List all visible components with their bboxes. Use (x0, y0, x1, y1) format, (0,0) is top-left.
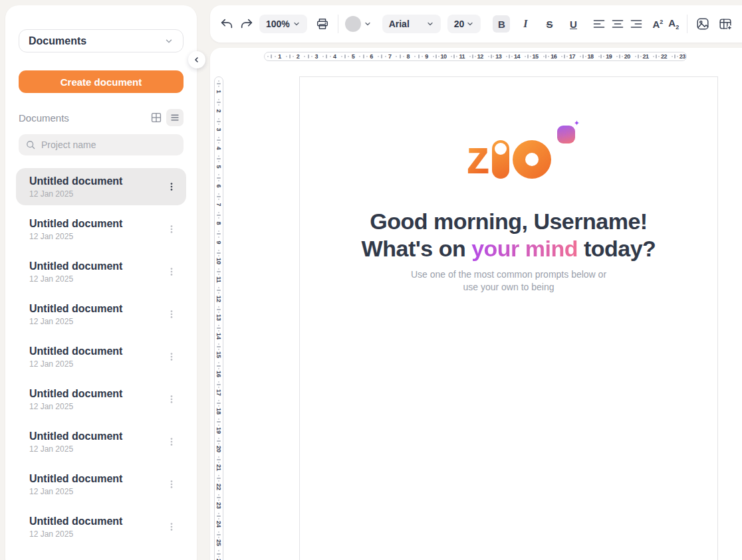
ruler-number: 4 (333, 53, 336, 60)
list-view-button[interactable] (166, 109, 184, 126)
font-size-select[interactable]: 20 (447, 15, 481, 33)
ruler-number: 23 (680, 53, 685, 60)
grid-view-button[interactable] (148, 109, 165, 126)
ruler-mark: 25 (215, 529, 223, 548)
kebab-menu-icon[interactable] (166, 266, 177, 277)
ruler-number: 20 (624, 53, 630, 60)
ruler-mark: 13 (485, 52, 504, 60)
kebab-menu-icon[interactable] (166, 224, 177, 234)
kebab-menu-icon[interactable] (166, 479, 177, 490)
search-input[interactable] (41, 140, 168, 150)
ruler-number: 23 (215, 502, 222, 509)
ruler-mark: 11 (215, 266, 223, 285)
sparkle-icon: ✦ (574, 120, 580, 127)
kebab-menu-icon[interactable] (166, 521, 177, 532)
ruler-number: 21 (642, 53, 648, 60)
subscript-button[interactable]: A2 (668, 17, 679, 31)
document-title: Untitled document (29, 472, 166, 485)
toolbar-divider (338, 15, 338, 33)
document-list-item[interactable]: Untitled document 12 Jan 2025 (16, 338, 186, 375)
subscript-label: A (668, 17, 676, 29)
bold-button[interactable]: B (493, 15, 510, 33)
redo-button[interactable] (239, 16, 254, 32)
document-date: 12 Jan 2025 (29, 359, 166, 369)
document-list-item[interactable]: Untitled document 12 Jan 2025 (16, 168, 186, 205)
chevron-down-icon (293, 20, 301, 28)
greeting-heading: Good morning, Username! What's on your m… (300, 208, 717, 262)
print-button[interactable] (315, 16, 330, 32)
ruler-number: 17 (569, 53, 575, 60)
ruler-mark: 14 (215, 323, 223, 341)
document-list-item[interactable]: Untitled document 12 Jan 2025 (16, 423, 186, 460)
ruler-mark: 21 (632, 52, 651, 60)
document-list-item[interactable]: Untitled document 12 Jan 2025 (16, 253, 186, 290)
sidebar: Documents Create document Documents Unti… (5, 5, 197, 560)
kebab-menu-icon[interactable] (166, 181, 177, 192)
ruler-number: 21 (215, 464, 222, 471)
subtitle-line-2: use your own to being (300, 281, 717, 294)
document-list-item[interactable]: Untitled document 12 Jan 2025 (16, 508, 186, 545)
document-page[interactable]: z AI ✦ Good morning, Username! What's on… (299, 76, 718, 560)
logo-letter-o (513, 140, 551, 179)
kebab-menu-icon[interactable] (166, 351, 177, 362)
chevron-down-icon (466, 20, 474, 28)
document-date: 12 Jan 2025 (29, 402, 166, 411)
underline-button[interactable]: U (564, 15, 582, 33)
ruler-mark: 3 (301, 52, 320, 60)
document-title: Untitled document (29, 430, 166, 442)
ruler-mark: 9 (215, 229, 223, 247)
documents-section-label: Documents (19, 112, 148, 124)
ruler-mark: 19 (215, 417, 223, 435)
italic-button[interactable]: I (517, 15, 534, 33)
zoom-select[interactable]: 100% (259, 15, 307, 33)
ruler-mark: 17 (558, 52, 577, 60)
document-list-item[interactable]: Untitled document 12 Jan 2025 (16, 296, 186, 333)
logo-i-dot (495, 143, 507, 155)
align-center-button[interactable] (611, 16, 624, 32)
ruler-number: 12 (477, 53, 483, 60)
ruler-number: 22 (215, 484, 222, 490)
ruler-mark: 5 (215, 153, 223, 172)
document-item-text: Untitled document 12 Jan 2025 (29, 260, 166, 284)
text-color-picker[interactable] (345, 16, 372, 32)
ruler-number: 5 (215, 165, 222, 169)
chevron-down-icon (364, 20, 372, 28)
greeting-line2-highlight: your mind (471, 236, 578, 261)
ruler-mark: 24 (215, 511, 223, 529)
ruler-mark: 15 (215, 341, 223, 360)
align-right-button[interactable] (630, 16, 643, 32)
kebab-menu-icon[interactable] (166, 436, 177, 447)
undo-button[interactable] (219, 16, 234, 32)
ruler-mark: 6 (215, 172, 223, 191)
insert-table-button[interactable] (718, 16, 733, 32)
document-list-item[interactable]: Untitled document 12 Jan 2025 (16, 211, 186, 248)
documents-section-header: Documents (19, 109, 184, 126)
ruler-number: 12 (215, 296, 222, 302)
project-search[interactable] (19, 134, 184, 155)
greeting-line2-suffix: today? (578, 236, 656, 261)
ruler-number: 15 (215, 351, 222, 358)
ruler-mark: 20 (614, 52, 632, 60)
superscript-button[interactable]: A2 (652, 19, 663, 30)
create-document-button[interactable]: Create document (19, 70, 184, 93)
insert-image-button[interactable] (695, 16, 710, 32)
strikethrough-button[interactable]: S (541, 15, 558, 33)
kebab-menu-icon[interactable] (166, 309, 177, 320)
greeting-line-1: Good morning, Username! (300, 208, 717, 235)
collapse-sidebar-button[interactable] (188, 51, 205, 68)
logo-letter-z: z (466, 139, 489, 175)
collection-selector[interactable]: Documents (19, 29, 184, 52)
align-left-button[interactable] (592, 16, 606, 32)
document-item-text: Untitled document 12 Jan 2025 (29, 387, 166, 411)
document-date: 12 Jan 2025 (29, 529, 166, 539)
search-icon (25, 140, 36, 150)
ruler-mark: 14 (503, 52, 522, 60)
document-date: 12 Jan 2025 (29, 444, 166, 454)
ruler-mark: 26 (215, 548, 223, 560)
font-family-select[interactable]: Arial (382, 15, 441, 33)
document-list-item[interactable]: Untitled document 12 Jan 2025 (16, 381, 186, 418)
document-item-text: Untitled document 12 Jan 2025 (29, 472, 166, 496)
kebab-menu-icon[interactable] (166, 394, 177, 405)
document-list-item[interactable]: Untitled document 12 Jan 2025 (16, 466, 186, 503)
ruler-mark: 12 (215, 285, 223, 304)
